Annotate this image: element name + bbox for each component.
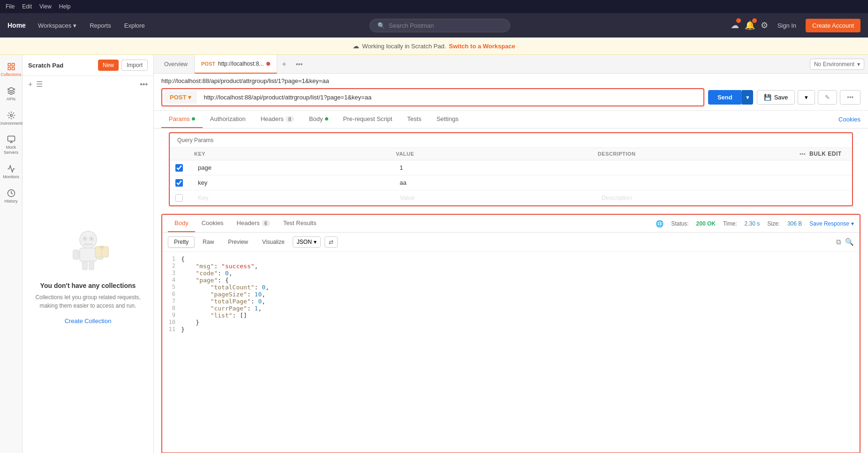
tab-more-button[interactable]: ••• bbox=[291, 60, 308, 68]
svg-point-7 bbox=[80, 231, 97, 248]
create-collection-link[interactable]: Create Collection bbox=[65, 317, 112, 325]
req-tab-headers[interactable]: Headers 8 bbox=[253, 111, 302, 128]
sidebar-item-environments[interactable]: Environments bbox=[1, 107, 22, 130]
req-tab-body[interactable]: Body bbox=[302, 111, 336, 128]
notification-icon[interactable]: 🔔 bbox=[745, 20, 755, 30]
code-line-9: 9 "list": [] bbox=[162, 312, 860, 319]
menu-help[interactable]: Help bbox=[59, 3, 71, 10]
menu-view[interactable]: View bbox=[39, 3, 52, 10]
main-layout: Collections APIs Environments Mock Serve… bbox=[0, 55, 868, 453]
collections-icon bbox=[7, 62, 15, 71]
sidebar-item-mock-servers[interactable]: Mock Servers bbox=[1, 131, 22, 159]
sort-icon[interactable]: ☰ bbox=[36, 80, 43, 89]
cloud-icon: ☁ bbox=[353, 42, 359, 50]
svg-point-4 bbox=[10, 114, 12, 116]
send-button[interactable]: Send bbox=[708, 90, 742, 105]
preview-button[interactable]: Preview bbox=[222, 236, 254, 248]
search-bar[interactable]: 🔍 Search Postman bbox=[370, 19, 510, 32]
nav-workspaces[interactable]: Workspaces ▾ bbox=[33, 19, 81, 32]
save-response-button[interactable]: Save Response ▾ bbox=[809, 220, 854, 227]
status-value: 200 OK bbox=[696, 220, 716, 227]
param-checkbox-new[interactable] bbox=[175, 194, 183, 202]
resp-tab-test-results[interactable]: Test Results bbox=[277, 215, 323, 232]
collections-label: Collections bbox=[0, 72, 21, 77]
req-tab-settings[interactable]: Settings bbox=[429, 111, 466, 128]
resp-copy-search-icons: ⧉ 🔍 bbox=[836, 238, 854, 246]
settings-icon[interactable]: ⚙ bbox=[761, 20, 768, 30]
env-dropdown[interactable]: No Environment ▾ bbox=[810, 59, 864, 70]
nav-explore[interactable]: Explore bbox=[120, 19, 150, 32]
tab-post-request[interactable]: POST http://localhost:8... bbox=[195, 55, 277, 74]
resp-headers-count: 6 bbox=[262, 220, 270, 226]
menu-edit[interactable]: Edit bbox=[22, 3, 32, 10]
tab-modified-dot bbox=[266, 62, 270, 66]
new-button[interactable]: New bbox=[98, 60, 119, 71]
new-tab-button[interactable]: + bbox=[277, 60, 291, 68]
switch-workspace-link[interactable]: Switch to a Workspace bbox=[449, 43, 515, 50]
sign-in-button[interactable]: Sign In bbox=[772, 19, 802, 32]
sync-icon[interactable]: ☁ bbox=[731, 20, 739, 30]
word-wrap-button[interactable]: ⇄ bbox=[325, 236, 338, 248]
save-button[interactable]: 💾 Save bbox=[757, 90, 795, 105]
copy-icon[interactable]: ⧉ bbox=[836, 238, 841, 246]
param-desc-page bbox=[598, 166, 800, 170]
cookies-link[interactable]: Cookies bbox=[838, 116, 860, 123]
monitors-icon bbox=[7, 165, 15, 173]
resp-tab-cookies[interactable]: Cookies bbox=[195, 215, 230, 232]
menu-file[interactable]: File bbox=[6, 3, 15, 10]
param-value-page[interactable]: 1 bbox=[396, 162, 597, 173]
visualize-button[interactable]: Visualize bbox=[256, 236, 291, 248]
param-checkbox-key[interactable] bbox=[175, 179, 183, 187]
save-icon: 💾 bbox=[764, 94, 771, 101]
save-dropdown-button[interactable]: ▾ bbox=[798, 90, 815, 105]
req-tab-authorization[interactable]: Authorization bbox=[203, 111, 253, 128]
req-tab-params[interactable]: Params bbox=[161, 111, 203, 128]
sidebar-item-monitors[interactable]: Monitors bbox=[1, 161, 22, 183]
req-tab-pre-request[interactable]: Pre-request Script bbox=[336, 111, 400, 128]
sidebar-item-apis[interactable]: APIs bbox=[1, 83, 22, 106]
bulk-edit-btn[interactable]: Bulk Edit bbox=[809, 151, 842, 157]
send-dropdown-button[interactable]: ▾ bbox=[742, 90, 753, 105]
svg-rect-1 bbox=[12, 63, 14, 66]
key-col-header: KEY bbox=[194, 151, 396, 157]
search-response-icon[interactable]: 🔍 bbox=[845, 238, 854, 246]
env-selector[interactable]: No Environment ▾ bbox=[810, 59, 864, 70]
req-tab-tests[interactable]: Tests bbox=[400, 111, 429, 128]
more-options-button[interactable]: ••• bbox=[840, 90, 860, 105]
resp-tab-body[interactable]: Body bbox=[168, 215, 195, 232]
edit-button[interactable]: ✎ bbox=[818, 90, 837, 105]
svg-rect-5 bbox=[8, 136, 15, 142]
code-line-2: 2 "msg": "success", bbox=[162, 263, 860, 270]
search-placeholder: Search Postman bbox=[389, 22, 434, 29]
param-key-key[interactable]: key bbox=[194, 177, 396, 188]
method-dropdown[interactable]: POST ▾ bbox=[164, 91, 197, 104]
param-value-key[interactable]: aa bbox=[396, 177, 597, 188]
sidebar-item-history[interactable]: History bbox=[1, 185, 22, 208]
history-label: History bbox=[4, 199, 17, 204]
param-value-placeholder[interactable]: Value bbox=[396, 192, 597, 203]
raw-button[interactable]: Raw bbox=[196, 236, 220, 248]
more-options-icon[interactable]: ••• bbox=[140, 80, 148, 89]
import-button[interactable]: Import bbox=[121, 60, 148, 71]
query-params-header: Query Params bbox=[170, 133, 852, 148]
param-key-placeholder[interactable]: Key bbox=[194, 192, 396, 203]
more-params-icon[interactable]: ••• bbox=[800, 151, 806, 157]
svg-point-15 bbox=[84, 238, 86, 240]
param-key-page[interactable]: page bbox=[194, 162, 396, 173]
create-account-button[interactable]: Create Account bbox=[806, 19, 860, 32]
banner: ☁ Working locally in Scratch Pad. Switch… bbox=[0, 38, 868, 55]
sidebar-item-collections[interactable]: Collections bbox=[1, 59, 22, 81]
nav-home[interactable]: Home bbox=[8, 22, 26, 29]
add-collection-icon[interactable]: + bbox=[28, 80, 32, 89]
url-input[interactable] bbox=[201, 91, 702, 104]
request-tabs: Params Authorization Headers 8 Body Pre-… bbox=[154, 111, 868, 128]
svg-rect-0 bbox=[8, 63, 10, 66]
tab-overview[interactable]: Overview bbox=[158, 55, 195, 74]
code-line-10: 10 } bbox=[162, 319, 860, 326]
send-btn-group: Send ▾ bbox=[708, 90, 753, 105]
nav-reports[interactable]: Reports bbox=[85, 19, 116, 32]
json-format-selector[interactable]: JSON ▾ bbox=[293, 236, 321, 248]
param-checkbox-page[interactable] bbox=[175, 164, 183, 172]
pretty-button[interactable]: Pretty bbox=[168, 236, 195, 248]
resp-tab-headers[interactable]: Headers 6 bbox=[230, 215, 277, 232]
